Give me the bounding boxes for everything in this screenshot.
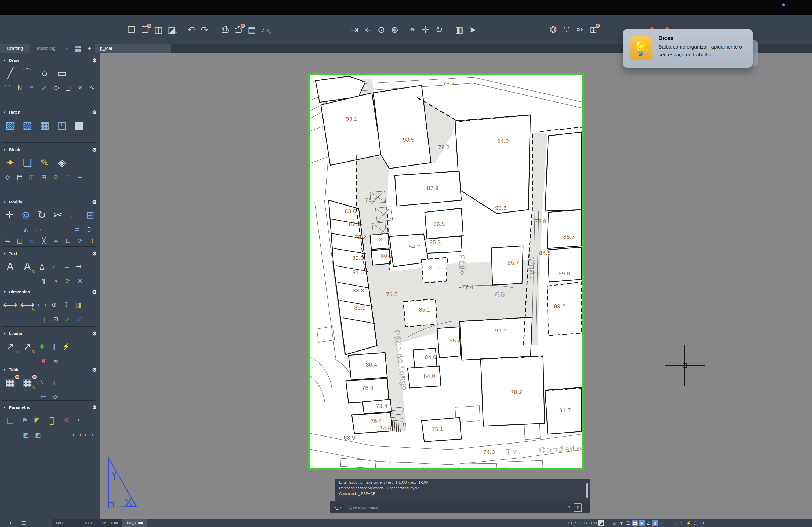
insert-block-tool-icon[interactable]: ✦ [2, 154, 18, 171]
layout-tab--[interactable]: + [70, 519, 81, 527]
remove-leader-tool-icon[interactable]: ✖ [38, 356, 49, 366]
layout-tab-model[interactable]: Model [52, 519, 70, 527]
snap-icon[interactable]: ➤ [639, 520, 645, 526]
panel-collapse-triangle[interactable]: ▼ [3, 110, 6, 114]
layout-tab-esc-1-100[interactable]: esc_1-100 [122, 519, 147, 527]
gradient-tool-icon[interactable]: ▦ [37, 117, 53, 133]
bracket-constraint-a-icon[interactable]: ◩ [20, 430, 31, 440]
new-drawing-tab-button[interactable]: + [84, 44, 95, 54]
dimension-style-tool-icon[interactable]: ⟷✎ [19, 297, 35, 313]
lineweight-icon[interactable]: ☰ [625, 520, 631, 526]
panel-gear-icon[interactable]: ⚙ [92, 367, 97, 373]
dimension-update-tool-icon[interactable]: ✓ [62, 314, 73, 325]
show-constraint-tool-icon[interactable]: ◔ [73, 415, 84, 425]
panel-collapse-triangle[interactable]: ▼ [3, 290, 6, 293]
pan-icon[interactable]: ✛ [420, 23, 431, 36]
panel-collapse-triangle[interactable]: ▼ [3, 200, 6, 204]
panel-collapse-triangle[interactable]: ▼ [3, 148, 6, 151]
extrude-tool-icon[interactable]: ⬡ [84, 224, 95, 235]
orbit-icon[interactable]: ↻ [434, 23, 445, 36]
bracket-constraint-b-icon[interactable]: ◩ [32, 430, 44, 440]
import-icon[interactable]: ⇥ [349, 23, 360, 36]
align-tool-icon[interactable]: ⊡ [62, 236, 74, 246]
multileader-x-tool-icon[interactable]: ⤬ [74, 314, 85, 325]
units-icon[interactable]: ⬡ [692, 520, 698, 526]
fillet-tool-icon[interactable]: ⌐ [67, 207, 82, 223]
paper-space-icon[interactable]: ▯ [652, 520, 658, 526]
convert-constraint-tool-icon[interactable]: ⟲ [61, 415, 72, 425]
multiline-tool-icon[interactable]: ≡ [26, 82, 37, 93]
tips-notification[interactable]: 💡 Dicas Saiba como organizar rapidamente… [623, 29, 753, 67]
command-history[interactable]: Enter layout to make current <esc_1-1000… [335, 479, 590, 501]
standards-icon[interactable]: ✑ [575, 23, 585, 36]
change-space-tool-icon[interactable]: ⟳ [75, 236, 86, 246]
edit-attribute-tool-icon[interactable]: ◈ [54, 154, 70, 171]
tolerance-tool-icon[interactable]: ⊡ [50, 314, 61, 325]
spline-tool-icon[interactable]: ∿ [87, 82, 98, 93]
command-history-scrollbar[interactable] [586, 483, 588, 498]
spell-check-tool-icon[interactable]: ✓ [48, 261, 60, 272]
panel-gear-icon[interactable]: ⚙ [92, 199, 97, 205]
osnap-arrow-icon[interactable]: ⇡ [679, 520, 685, 526]
point-tool-icon[interactable]: ✕ [75, 82, 86, 93]
line-tool-icon[interactable]: ╱ [2, 65, 18, 81]
quick-select-icon[interactable]: ➤ [467, 23, 478, 36]
page-setup-icon[interactable]: ▤ [246, 23, 257, 36]
smart-dimension-tool-icon[interactable]: ⟷ [2, 297, 18, 313]
panel-gear-icon[interactable]: ⚙ [92, 109, 97, 115]
print-icon[interactable]: ⎙ [220, 23, 230, 36]
insert-table-tool-icon[interactable]: ▦ [2, 374, 18, 391]
stretch-tool-icon[interactable]: ⇆ [2, 236, 13, 246]
boundary-tool-icon[interactable]: ◳ [54, 117, 70, 133]
next-selection-icon[interactable]: › [672, 520, 678, 526]
tool-sets-icon[interactable]: ▥ [454, 23, 465, 36]
text-align-tool-icon[interactable]: ≔ [61, 261, 72, 272]
dim-constraint-a-icon[interactable]: ⟷ [71, 430, 83, 440]
multileader-style-tool-icon[interactable]: ➚✎ [19, 338, 35, 355]
dim-constraint-lock-tool-icon[interactable]: ▯ [44, 412, 60, 428]
save-block-icon[interactable]: ◫ [26, 172, 37, 182]
export-icon[interactable]: ⇤ [362, 23, 373, 36]
polar-tracking-icon[interactable]: ⊙ [612, 520, 618, 526]
multileader-tool-icon[interactable]: ➚○ [2, 338, 18, 355]
define-attribute-icon[interactable]: ◇ [2, 172, 13, 182]
new-file-icon[interactable]: ❏ [126, 23, 137, 36]
undo-icon[interactable]: ↶ [186, 23, 197, 36]
edit-block-tool-icon[interactable]: ✎ [37, 154, 53, 171]
linear-dimension-tool-icon[interactable]: ⟷ [37, 300, 47, 310]
etransmit-icon[interactable]: ⊛ [389, 23, 400, 36]
panel-collapse-triangle[interactable]: ▼ [3, 368, 6, 371]
panel-gear-icon[interactable]: ⚙ [92, 331, 97, 337]
auto-constrain-tool-icon[interactable]: ◩ [31, 415, 42, 425]
erase-tool-icon[interactable]: ⌇ [87, 236, 98, 246]
3d-move-tool-icon[interactable]: ◱ [14, 236, 25, 246]
hatch-tool-icon[interactable]: ▨ [2, 117, 18, 133]
select-similar-tool-icon[interactable]: ⬚ [32, 224, 44, 235]
panel-gear-icon[interactable]: ⚙ [92, 404, 97, 410]
explode-block-icon[interactable]: ↩ [75, 172, 86, 182]
break-tool-icon[interactable]: ≍ [50, 236, 61, 246]
dim-constraint-b-icon[interactable]: ⟷ [84, 430, 95, 440]
annotate-doc-icon[interactable]: ▱✎ [260, 23, 271, 36]
sync-attributes-icon[interactable]: ⟳ [50, 172, 61, 182]
panel-gear-icon[interactable]: ⚙ [92, 251, 97, 257]
mirror-tool-icon[interactable]: ◭ [20, 224, 31, 235]
hatch-edit-tool-icon[interactable]: ▩ [71, 117, 87, 133]
save-icon[interactable]: ◫ [153, 23, 164, 36]
table-cell-style-tool-icon[interactable]: ≔ [38, 392, 49, 402]
scale-tool-icon[interactable]: ▱ [26, 236, 37, 246]
collect-leaders-tool-icon[interactable]: ∞ [50, 356, 61, 366]
add-leader-tool-icon[interactable]: ✚ [37, 341, 47, 351]
selection-cycling-icon[interactable]: ⬚ [665, 520, 671, 526]
grid-icon[interactable]: ▦ [632, 520, 638, 526]
design-center-icon[interactable]: ❂ [548, 23, 559, 36]
baseline-dimension-tool-icon[interactable]: ∥ [38, 314, 49, 325]
angle-icon[interactable]: ∠ [645, 520, 651, 526]
document-tab-p-real[interactable]: p_real* [95, 44, 171, 54]
layout-tab-a3rd[interactable]: a3rd [81, 519, 96, 527]
command-input-placeholder[interactable]: Type a command [349, 505, 378, 510]
block-attribute-manager-icon[interactable]: ▤ [14, 172, 25, 182]
panel-collapse-triangle[interactable]: ▼ [3, 406, 6, 409]
point-style-icon[interactable]: ∵ [561, 23, 572, 36]
attach-reference-icon[interactable]: ⊙ [376, 23, 387, 36]
